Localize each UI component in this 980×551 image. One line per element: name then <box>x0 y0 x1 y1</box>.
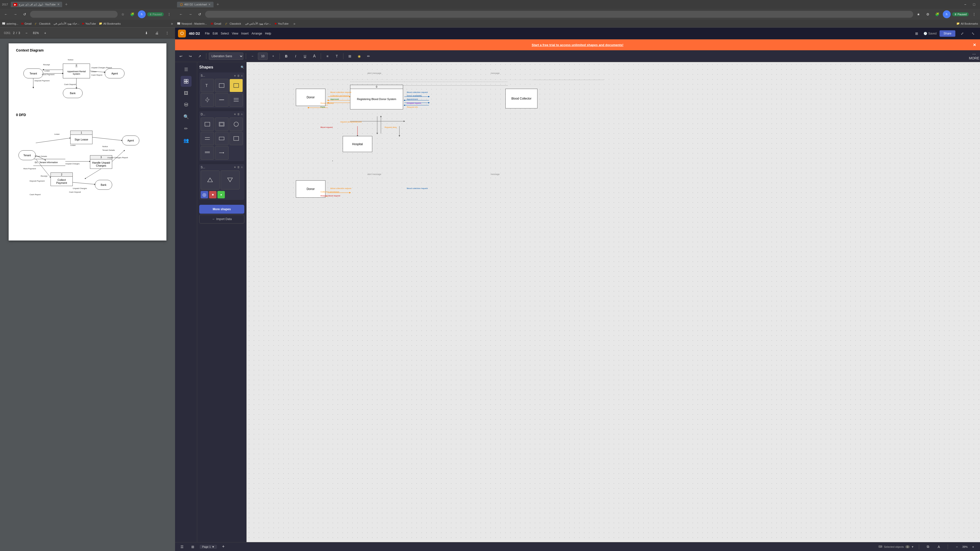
lc-back-button[interactable]: ← <box>177 10 185 18</box>
page-selector[interactable]: Page 1 ▼ <box>200 545 217 549</box>
sidebar-pages-button[interactable]: ☰ <box>181 64 192 75</box>
redo-button[interactable]: ↪ <box>186 52 194 60</box>
trash-icon-2[interactable]: 🗑 <box>237 113 240 116</box>
trash-icon-3[interactable]: 🗑 <box>237 165 240 169</box>
menu-select[interactable]: Select <box>221 32 229 35</box>
shape-rect-outline[interactable] <box>215 118 228 131</box>
lc-forward-button[interactable]: → <box>186 10 194 18</box>
bm-gmail[interactable]: M Gmail <box>211 22 221 25</box>
text-format-button[interactable]: T <box>333 52 341 60</box>
table-button[interactable]: ⊞ <box>346 52 354 60</box>
bookmark-mastering[interactable]: 📰 astering... <box>2 22 18 25</box>
import-data-button[interactable]: → Import Data <box>199 214 244 224</box>
add-page-button[interactable]: + <box>220 543 227 550</box>
zoom-in-button[interactable]: + <box>41 29 49 37</box>
collapse-icon-3[interactable]: ∧ <box>241 165 243 169</box>
canvas-process-0[interactable]: 0 Registering Blood Donor System <box>350 85 403 110</box>
bookmarks-more[interactable]: » <box>171 21 173 26</box>
shapes-search-button[interactable]: 🔍 <box>240 65 244 69</box>
lc-profile-button[interactable]: h <box>943 10 951 18</box>
underline-button[interactable]: U <box>301 52 309 60</box>
shape-line-end[interactable] <box>215 146 228 159</box>
page-grid-button[interactable]: ⊞ <box>189 543 197 551</box>
italic-button[interactable]: I <box>292 52 299 60</box>
star-icon[interactable]: ★ <box>234 74 236 77</box>
shape-lightning[interactable] <box>201 93 214 106</box>
bookmark-youtube[interactable]: ▶ YouTube <box>82 22 96 25</box>
lc-canvas[interactable]: alert message message Donor 0 Registerin… <box>247 62 980 542</box>
add-tab-btn-right[interactable]: + <box>215 1 221 8</box>
menu-file[interactable]: File <box>205 32 210 35</box>
canvas-hospital[interactable]: Hospital <box>343 136 372 152</box>
collapse-icon-2[interactable]: ∧ <box>241 113 243 116</box>
undo-button[interactable]: ↩ <box>177 52 185 60</box>
shape-text[interactable]: T <box>201 79 214 92</box>
bm-classkick[interactable]: 🎓 Classkick <box>225 22 241 25</box>
share-button[interactable]: Share <box>940 30 955 37</box>
lc-reload-button[interactable]: ↺ <box>196 10 204 18</box>
pdf-more-button[interactable]: ⋮ <box>163 29 171 37</box>
font-size-decrease[interactable]: − <box>248 52 256 60</box>
bookmark-star[interactable]: ☆ <box>119 10 127 18</box>
sidebar-pen-button[interactable]: ✏ <box>181 123 192 134</box>
collapse-icon[interactable]: ⤡ <box>969 30 977 38</box>
shape-double-line[interactable] <box>201 132 214 145</box>
bm-more[interactable]: » <box>293 22 295 25</box>
menu-edit[interactable]: Edit <box>213 32 218 35</box>
extensions-button[interactable]: 🧩 <box>129 10 136 18</box>
menu-insert[interactable]: Insert <box>241 32 248 35</box>
shape-triangle-up[interactable] <box>201 170 220 189</box>
shape-green-item[interactable]: ● <box>218 191 225 198</box>
menu-arrange[interactable]: Arrange <box>251 32 262 35</box>
font-family-select[interactable]: Liberation Sans <box>209 52 243 60</box>
zoom-out-canvas[interactable]: − <box>953 543 961 551</box>
minimize-button[interactable]: − <box>961 0 969 8</box>
shape-rect2[interactable] <box>201 118 214 131</box>
grid-view-button[interactable]: ⊞ <box>913 30 921 38</box>
zoom-out-button[interactable]: − <box>22 29 30 37</box>
collapse-icon-1[interactable]: ∧ <box>241 74 243 77</box>
pointer-tool[interactable]: ↗ <box>196 52 204 60</box>
menu-button[interactable]: ⋮ <box>165 10 173 18</box>
bookmark-arabic[interactable]: حياة يهود الأندلس في... <box>54 22 80 25</box>
reload-button[interactable]: ↺ <box>21 10 29 18</box>
canvas-blood-collector[interactable]: Blood Collector <box>506 89 538 108</box>
profile-button[interactable]: h <box>138 10 146 18</box>
bookmark-all[interactable]: 📁 All Bookmarks <box>99 22 121 25</box>
star-icon-3[interactable]: ★ <box>234 165 236 169</box>
url-input[interactable]: learn-eu-central-1-prod-fleet01-xythos.c… <box>30 11 118 18</box>
bm-nearpod[interactable]: 📰 Nearpod - Masterin... <box>177 22 207 25</box>
forward-button[interactable]: → <box>11 10 19 18</box>
font-size-increase[interactable]: + <box>269 52 277 60</box>
bookmark-classkick[interactable]: 🎓 Classkick <box>35 22 50 25</box>
bookmark-gmail[interactable]: M Gmail <box>21 22 32 25</box>
more-shapes-button[interactable]: More shapes <box>199 205 244 214</box>
bm-all-bookmarks[interactable]: 📁 All Bookmarks <box>956 22 978 25</box>
shape-circle-item[interactable] <box>229 118 243 131</box>
shape-rect-item[interactable] <box>215 79 228 92</box>
page-list-button[interactable]: ☰ <box>178 543 186 551</box>
sidebar-search-button[interactable]: 🔍 <box>181 111 192 122</box>
download-button[interactable]: ⬇ <box>143 29 150 37</box>
shape-h-lines[interactable] <box>201 146 214 159</box>
shape-yellow-rect[interactable] <box>229 79 243 92</box>
add-tab-button[interactable]: + <box>63 1 70 8</box>
menu-view[interactable]: View <box>232 32 239 35</box>
line-color-button[interactable]: ✏ <box>364 52 372 60</box>
more-button[interactable]: ⋯ MORE <box>970 52 978 60</box>
lc-bookmark-star[interactable]: ★ <box>915 10 923 18</box>
menu-help[interactable]: Help <box>265 32 271 35</box>
back-button[interactable]: ← <box>2 10 10 18</box>
print-button[interactable]: 🖨 <box>153 29 161 37</box>
maximize-button[interactable]: □ <box>970 0 978 8</box>
shape-blue-item[interactable]: ◎ <box>201 191 208 198</box>
zoom-in-canvas[interactable]: + <box>969 543 977 551</box>
bm-youtube[interactable]: ▶ YouTube <box>275 22 288 25</box>
shape-red-item[interactable]: ■ <box>209 191 216 198</box>
star-icon-2[interactable]: ★ <box>234 113 236 116</box>
lc-chrome-menu[interactable]: ⋮ <box>970 10 978 18</box>
trash-icon[interactable]: 🗑 <box>237 74 240 77</box>
tab-close-icon[interactable]: ✕ <box>208 3 210 6</box>
lc-url-input[interactable]: lucid.app/lucidchart/670686df-06d3-4c85-… <box>205 11 913 18</box>
sidebar-data-button[interactable] <box>181 100 192 110</box>
